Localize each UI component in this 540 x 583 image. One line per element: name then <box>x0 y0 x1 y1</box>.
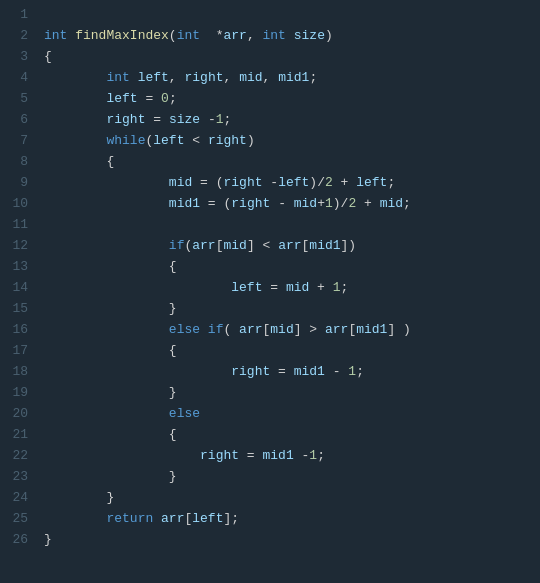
code-line-13: { <box>44 256 540 277</box>
line-num-7: 7 <box>8 130 28 151</box>
code-editor: 1 2 3 4 5 6 7 8 9 10 11 12 13 14 15 16 1… <box>0 0 540 583</box>
line-num-24: 24 <box>8 487 28 508</box>
code-line-11 <box>44 214 540 235</box>
code-line-10: mid1 = (right - mid+1)/2 + mid; <box>44 193 540 214</box>
line-num-18: 18 <box>8 361 28 382</box>
code-line-12: if(arr[mid] < arr[mid1]) <box>44 235 540 256</box>
code-line-2: int findMaxIndex(int *arr, int size) <box>44 25 540 46</box>
code-line-18: right = mid1 - 1; <box>44 361 540 382</box>
line-numbers: 1 2 3 4 5 6 7 8 9 10 11 12 13 14 15 16 1… <box>0 4 36 579</box>
line-num-25: 25 <box>8 508 28 529</box>
line-num-1: 1 <box>8 4 28 25</box>
code-content: int findMaxIndex(int *arr, int size) { i… <box>36 4 540 579</box>
line-num-22: 22 <box>8 445 28 466</box>
line-num-6: 6 <box>8 109 28 130</box>
line-num-12: 12 <box>8 235 28 256</box>
code-line-26: } <box>44 529 540 550</box>
code-line-15: } <box>44 298 540 319</box>
line-num-2: 2 <box>8 25 28 46</box>
code-line-14: left = mid + 1; <box>44 277 540 298</box>
code-line-8: { <box>44 151 540 172</box>
code-line-6: right = size -1; <box>44 109 540 130</box>
line-num-15: 15 <box>8 298 28 319</box>
line-num-10: 10 <box>8 193 28 214</box>
line-num-11: 11 <box>8 214 28 235</box>
code-line-7: while(left < right) <box>44 130 540 151</box>
line-num-17: 17 <box>8 340 28 361</box>
code-line-17: { <box>44 340 540 361</box>
line-num-3: 3 <box>8 46 28 67</box>
code-line-23: } <box>44 466 540 487</box>
line-num-5: 5 <box>8 88 28 109</box>
code-line-24: } <box>44 487 540 508</box>
line-num-16: 16 <box>8 319 28 340</box>
line-num-9: 9 <box>8 172 28 193</box>
code-line-20: else <box>44 403 540 424</box>
code-line-3: { <box>44 46 540 67</box>
line-num-13: 13 <box>8 256 28 277</box>
code-line-4: int left, right, mid, mid1; <box>44 67 540 88</box>
code-line-9: mid = (right -left)/2 + left; <box>44 172 540 193</box>
code-line-22: right = mid1 -1; <box>44 445 540 466</box>
code-line-5: left = 0; <box>44 88 540 109</box>
code-line-16: else if( arr[mid] > arr[mid1] ) <box>44 319 540 340</box>
code-line-1 <box>44 4 540 25</box>
line-num-21: 21 <box>8 424 28 445</box>
line-num-8: 8 <box>8 151 28 172</box>
code-line-19: } <box>44 382 540 403</box>
line-num-26: 26 <box>8 529 28 550</box>
line-num-23: 23 <box>8 466 28 487</box>
line-num-19: 19 <box>8 382 28 403</box>
line-num-4: 4 <box>8 67 28 88</box>
code-line-21: { <box>44 424 540 445</box>
line-num-20: 20 <box>8 403 28 424</box>
code-line-25: return arr[left]; <box>44 508 540 529</box>
line-num-14: 14 <box>8 277 28 298</box>
